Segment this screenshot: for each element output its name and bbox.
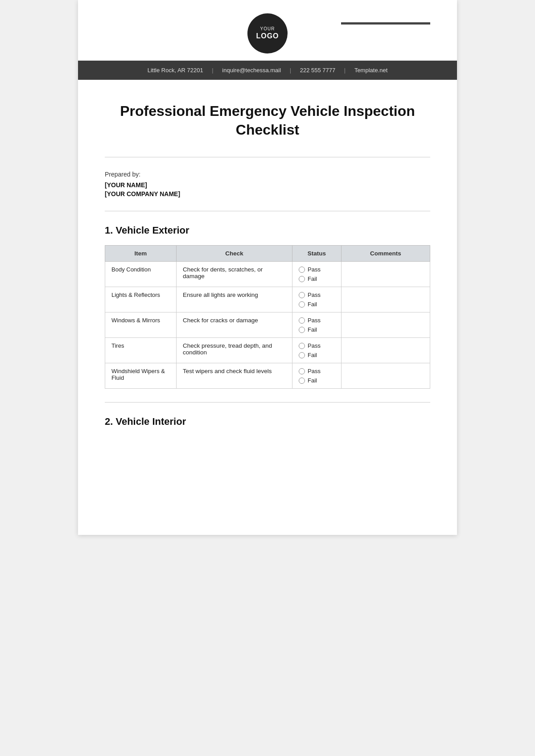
radio-fail[interactable] xyxy=(299,327,305,333)
logo: YOUR LOGO xyxy=(247,13,288,53)
address: Little Rock, AR 72201 xyxy=(148,67,203,74)
pass-option[interactable]: Pass xyxy=(299,368,335,374)
status-body-condition: Pass Fail xyxy=(292,262,342,287)
section-vehicle-exterior: 1. Vehicle Exterior Item Check Status Co… xyxy=(105,225,430,389)
fail-option[interactable]: Fail xyxy=(299,275,335,282)
col-header-check: Check xyxy=(177,246,292,262)
divider-1 xyxy=(105,157,430,157)
table-row: Lights & Reflectors Ensure all lights ar… xyxy=(105,287,430,312)
item-body-condition: Body Condition xyxy=(105,262,177,287)
header-top: YOUR LOGO xyxy=(78,0,457,61)
divider-2 xyxy=(105,211,430,211)
item-windows: Windows & Mirrors xyxy=(105,312,177,338)
section-1-title: 1. Vehicle Exterior xyxy=(105,225,430,236)
comments-body-condition xyxy=(342,262,430,287)
prepared-label: Prepared by: xyxy=(105,171,430,178)
email: inquire@techessa.mail xyxy=(222,67,281,74)
radio-pass[interactable] xyxy=(299,292,305,298)
comments-tires xyxy=(342,338,430,363)
header-line xyxy=(341,22,430,25)
prepared-company: [YOUR COMPANY NAME] xyxy=(105,190,430,197)
table-row: Windows & Mirrors Check for cracks or da… xyxy=(105,312,430,338)
logo-text: LOGO xyxy=(256,32,279,41)
check-tires: Check pressure, tread depth, and conditi… xyxy=(177,338,292,363)
table-header-row: Item Check Status Comments xyxy=(105,246,430,262)
radio-fail[interactable] xyxy=(299,301,305,308)
fail-option[interactable]: Fail xyxy=(299,301,335,308)
fail-option[interactable]: Fail xyxy=(299,352,335,358)
radio-pass[interactable] xyxy=(299,317,305,324)
check-wipers: Test wipers and check fluid levels xyxy=(177,363,292,389)
item-lights: Lights & Reflectors xyxy=(105,287,177,312)
fail-option[interactable]: Fail xyxy=(299,377,335,384)
prepared-section: Prepared by: [YOUR NAME] [YOUR COMPANY N… xyxy=(105,171,430,197)
status-wipers: Pass Fail xyxy=(292,363,342,389)
status-lights: Pass Fail xyxy=(292,287,342,312)
phone: 222 555 7777 xyxy=(300,67,336,74)
comments-windows xyxy=(342,312,430,338)
status-windows: Pass Fail xyxy=(292,312,342,338)
radio-pass[interactable] xyxy=(299,267,305,273)
radio-fail[interactable] xyxy=(299,378,305,384)
radio-pass[interactable] xyxy=(299,368,305,374)
divider-3 xyxy=(105,402,430,403)
website: Template.net xyxy=(354,67,387,74)
document-title: Professional Emergency Vehicle Inspectio… xyxy=(105,102,430,139)
table-row: Body Condition Check for dents, scratche… xyxy=(105,262,430,287)
radio-pass[interactable] xyxy=(299,343,305,349)
col-header-item: Item xyxy=(105,246,177,262)
logo-your: YOUR xyxy=(260,26,275,32)
status-tires: Pass Fail xyxy=(292,338,342,363)
pass-option[interactable]: Pass xyxy=(299,292,335,298)
checklist-table: Item Check Status Comments Body Conditio… xyxy=(105,245,430,389)
item-wipers: Windshield Wipers & Fluid xyxy=(105,363,177,389)
prepared-name: [YOUR NAME] xyxy=(105,181,430,189)
pass-option[interactable]: Pass xyxy=(299,317,335,324)
col-header-status: Status xyxy=(292,246,342,262)
header-bar: Little Rock, AR 72201 | inquire@techessa… xyxy=(78,61,457,80)
fail-option[interactable]: Fail xyxy=(299,326,335,333)
section-2-title: 2. Vehicle Interior xyxy=(105,416,430,427)
pass-option[interactable]: Pass xyxy=(299,266,335,273)
col-header-comments: Comments xyxy=(342,246,430,262)
main-content: Professional Emergency Vehicle Inspectio… xyxy=(78,80,457,454)
comments-wipers xyxy=(342,363,430,389)
check-windows: Check for cracks or damage xyxy=(177,312,292,338)
check-lights: Ensure all lights are working xyxy=(177,287,292,312)
item-tires: Tires xyxy=(105,338,177,363)
comments-lights xyxy=(342,287,430,312)
section-vehicle-interior: 2. Vehicle Interior xyxy=(105,416,430,427)
radio-fail[interactable] xyxy=(299,276,305,282)
pass-option[interactable]: Pass xyxy=(299,342,335,349)
table-row: Tires Check pressure, tread depth, and c… xyxy=(105,338,430,363)
check-body-condition: Check for dents, scratches, or damage xyxy=(177,262,292,287)
page: YOUR LOGO Little Rock, AR 72201 | inquir… xyxy=(78,0,457,535)
radio-fail[interactable] xyxy=(299,352,305,358)
table-row: Windshield Wipers & Fluid Test wipers an… xyxy=(105,363,430,389)
